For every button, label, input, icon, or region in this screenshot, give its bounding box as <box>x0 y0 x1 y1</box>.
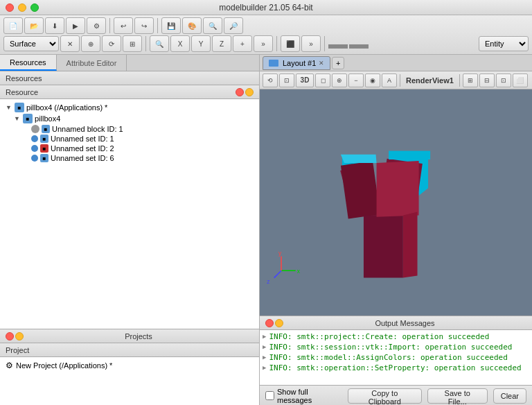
surface-select[interactable]: SurfaceVolumeEdgeVertex <box>3 36 59 51</box>
save-to-file-btn[interactable]: Save to File... <box>427 388 488 404</box>
toolbar-area: 📄 📂 ⬇ ▶ ⚙ ↩ ↪ 💾 🎨 🔍 🔎 SurfaceVolumeEdgeV… <box>0 15 532 55</box>
layout-tab[interactable]: Layout #1 ✕ <box>263 56 330 70</box>
minus-btn[interactable]: − <box>348 74 364 87</box>
output-text: INFO: smtk::operation::SetProperty: oper… <box>269 363 521 372</box>
select-btn[interactable]: ✕ <box>60 35 80 52</box>
color-btn[interactable]: 🎨 <box>182 17 202 34</box>
output-title: Output Messages <box>375 319 434 327</box>
color2-btn[interactable]: A <box>382 74 397 87</box>
zoom-btn[interactable]: 🔎 <box>224 17 243 34</box>
list-item[interactable]: ■ Unnamed set ID: 6 <box>0 153 259 163</box>
projects-close[interactable] <box>6 332 14 341</box>
list-item[interactable]: ■ Unnamed set ID: 1 <box>0 134 259 144</box>
tree-item-label: Unnamed set ID: 6 <box>51 154 114 162</box>
layout-tab-close[interactable]: ✕ <box>319 60 324 67</box>
output-line-3: ▶ INFO: smtk::model::AssignColors: opera… <box>263 352 529 363</box>
show-full-label[interactable]: Show full messages <box>265 388 342 404</box>
list-item[interactable]: ▼ ■ pillbox4 <box>0 113 259 124</box>
maximize-view-btn[interactable]: ⬜ <box>513 74 528 87</box>
tab-resources[interactable]: Resources <box>0 55 57 71</box>
new-file-btn[interactable]: 📄 <box>3 17 23 34</box>
set-cube-icon2: ■ <box>40 144 48 153</box>
set-cube-icon1: ■ <box>40 135 48 143</box>
set-icon <box>31 135 38 142</box>
output-line-2: ▶ INFO: smtk::session::vtk::Import: oper… <box>263 342 529 352</box>
rotate-btn[interactable]: ⟳ <box>102 35 121 52</box>
minimize-button[interactable] <box>18 3 26 12</box>
project-panel-header: Project <box>0 343 259 357</box>
more2-btn[interactable]: » <box>301 35 321 52</box>
list-item[interactable]: ▼ ■ pillbox4 (/Applications) * <box>0 102 259 113</box>
undo-btn[interactable]: ↩ <box>114 17 133 34</box>
sep2 <box>157 18 158 33</box>
maximize-button[interactable] <box>30 3 39 12</box>
zoom-extent-btn[interactable]: ⊡ <box>279 74 294 87</box>
gear-icon: ⚙ <box>6 361 13 370</box>
add-layout-btn[interactable]: + <box>332 57 344 69</box>
split-v-btn[interactable]: ⊡ <box>496 74 511 87</box>
more-btn[interactable]: » <box>254 35 273 52</box>
layout-grid-btn[interactable]: ⊞ <box>463 74 478 87</box>
tree-item-label: pillbox4 <box>35 114 60 123</box>
svg-marker-10 <box>389 151 430 160</box>
tree-arrow: ▼ <box>14 115 22 122</box>
tree-arrow: ▼ <box>6 104 14 111</box>
lamp-btn[interactable]: ◉ <box>365 74 380 87</box>
projects-min[interactable] <box>15 332 24 341</box>
output-panel: Output Messages ▶ INFO: smtk::project::C… <box>260 316 532 405</box>
tree-item-label: Unnamed set ID: 2 <box>51 144 114 153</box>
import-btn[interactable]: ⬇ <box>45 17 64 34</box>
copy-to-clipboard-btn[interactable]: Copy to Clipboard <box>348 388 422 404</box>
svg-marker-11 <box>377 161 419 217</box>
projects-label: Projects <box>125 332 152 341</box>
save-btn[interactable]: 💾 <box>161 17 181 34</box>
viewport[interactable]: x y z <box>260 89 532 316</box>
yform-btn[interactable]: Y <box>191 35 211 52</box>
xform-btn[interactable]: X <box>170 35 190 52</box>
set-icon <box>31 145 38 152</box>
resource-panel-min[interactable] <box>245 88 254 96</box>
tree-item-label: Unnamed block ID: 1 <box>52 125 123 133</box>
output-close[interactable] <box>265 319 274 327</box>
zform-btn[interactable]: Z <box>212 35 231 52</box>
block-cube-icon: ■ <box>42 125 50 133</box>
entity-select[interactable]: EntityGroupInstance <box>479 36 529 51</box>
resource-panel: Resource ▼ ■ pillbox4 (/Applications) * … <box>0 85 259 329</box>
show-full-checkbox[interactable] <box>265 391 274 400</box>
resource-panel-close[interactable] <box>236 88 244 96</box>
projects-tree: ⚙ New Project (/Applications) * <box>0 357 259 405</box>
redo-btn[interactable]: ↪ <box>134 17 154 34</box>
scale-btn[interactable]: ⊞ <box>123 35 142 52</box>
tab-attribute-editor[interactable]: Attribute Editor <box>57 55 127 71</box>
output-min[interactable] <box>275 319 283 327</box>
list-item[interactable]: ⚙ New Project (/Applications) * <box>0 360 259 371</box>
settings-btn[interactable]: ⚙ <box>87 17 106 34</box>
toolbar-row-1: 📄 📂 ⬇ ▶ ⚙ ↩ ↪ 💾 🎨 🔍 🔎 <box>3 17 529 34</box>
move-btn[interactable]: ⊕ <box>81 35 100 52</box>
open-file-btn[interactable]: 📂 <box>24 17 44 34</box>
orthogonal-btn[interactable]: ◻ <box>315 74 330 87</box>
close-button[interactable] <box>6 3 14 12</box>
list-item[interactable]: ■ Unnamed block ID: 1 <box>0 124 259 134</box>
plus-btn[interactable]: + <box>233 35 252 52</box>
output-line-4: ▶ INFO: smtk::operation::SetProperty: op… <box>263 363 529 373</box>
layout-tab-bar: Layout #1 ✕ + <box>260 55 532 71</box>
cube-icon: ■ <box>23 114 33 123</box>
svg-text:z: z <box>267 279 269 285</box>
3d-btn[interactable]: 3D <box>296 74 314 87</box>
layout-icon <box>269 60 278 67</box>
split-h-btn[interactable]: ⊟ <box>479 74 495 87</box>
output-arrow: ▶ <box>263 354 266 361</box>
right-panel: Layout #1 ✕ + ⟲ ⊡ 3D ◻ ⊕ − ◉ A RenderVie… <box>260 55 532 405</box>
3d-view: x y z <box>260 89 532 316</box>
show-full-text: Show full messages <box>277 388 342 404</box>
cube-nav-btn[interactable]: ⬛ <box>281 35 300 52</box>
output-arrow: ▶ <box>263 333 266 340</box>
search-btn[interactable]: 🔍 <box>203 17 222 34</box>
clear-btn[interactable]: Clear <box>493 388 526 404</box>
run-btn[interactable]: ▶ <box>66 17 85 34</box>
filter-btn[interactable]: 🔍 <box>150 35 169 52</box>
axes-btn[interactable]: ⊕ <box>332 74 347 87</box>
reset-camera-btn[interactable]: ⟲ <box>263 74 278 87</box>
list-item[interactable]: ■ Unnamed set ID: 2 <box>0 144 259 153</box>
